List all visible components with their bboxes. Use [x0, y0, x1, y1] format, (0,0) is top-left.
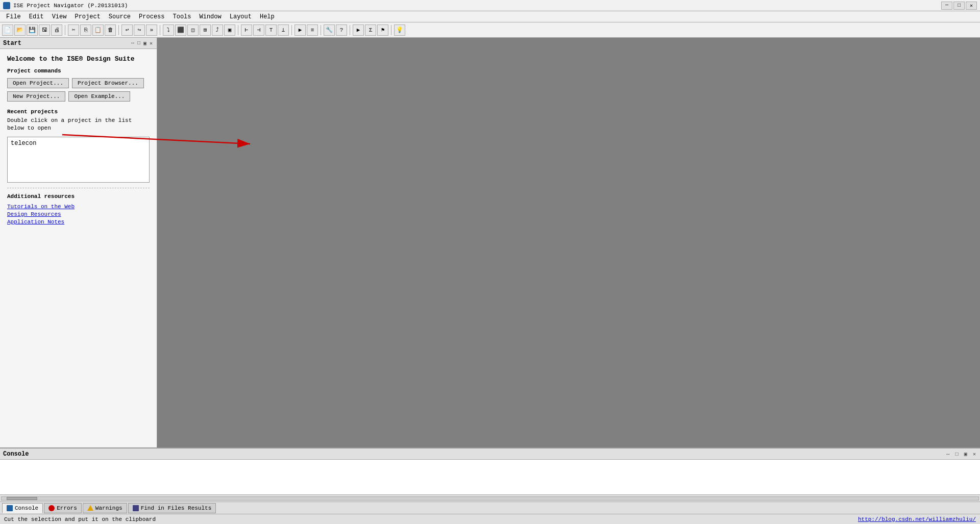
project-commands-label: Project commands	[7, 68, 150, 74]
tb-btn-10[interactable]: ⊥	[278, 24, 289, 36]
open-project-button[interactable]: Open Project...	[7, 78, 69, 88]
project-buttons-row-2: New Project... Open Example...	[7, 91, 150, 102]
open-example-button[interactable]: Open Example...	[68, 91, 130, 102]
save-button[interactable]: 💾	[27, 24, 38, 36]
tb-btn-9[interactable]: ⊤	[265, 24, 277, 36]
toolbar-separator-1	[65, 25, 65, 35]
title-bar-text: ISE Project Navigator (P.20131013)	[13, 3, 128, 9]
console-header: Console ↔ □ ▣ ✕	[0, 448, 980, 460]
menu-project[interactable]: Project	[70, 12, 104, 21]
menu-help[interactable]: Help	[256, 12, 279, 21]
title-bar-controls: ─ □ ✕	[941, 2, 977, 10]
tb-btn-1[interactable]: ⤵	[163, 24, 174, 36]
projects-list[interactable]: telecon	[7, 137, 150, 183]
tb-btn-sum[interactable]: Σ	[365, 24, 376, 36]
project-item-telecon[interactable]: telecon	[10, 139, 147, 147]
menu-process[interactable]: Process	[135, 12, 168, 21]
menu-source[interactable]: Source	[105, 12, 135, 21]
errors-tab-icon	[48, 505, 55, 511]
tab-find[interactable]: Find in Files Results	[128, 503, 216, 513]
console-max-button[interactable]: ▣	[963, 452, 968, 457]
panel-max-button[interactable]: ▣	[142, 40, 148, 46]
panel-float-button[interactable]: □	[136, 40, 141, 46]
console-tab-label: Console	[15, 505, 38, 511]
tab-bar: Console Errors Warnings Find in Files Re…	[0, 502, 980, 514]
undo-button[interactable]: ↩	[121, 24, 133, 36]
maximize-button[interactable]: □	[953, 2, 965, 10]
tutorials-link[interactable]: Tutorials on the Web	[7, 204, 150, 210]
tb-btn-12[interactable]: ≡	[307, 24, 318, 36]
tb-btn-wrench[interactable]: 🔧	[324, 24, 335, 36]
status-link[interactable]: http://blog.csdn.net/williamzhuliu/	[858, 516, 976, 522]
content-wrapper: Start ↔ □ ▣ ✕ Welcome to the ISE® Design…	[0, 38, 980, 447]
toolbar-separator-7	[350, 25, 350, 35]
tb-btn-2[interactable]: ⬛	[175, 24, 186, 36]
console-float-button[interactable]: □	[954, 452, 960, 457]
scroll-track[interactable]	[1, 496, 979, 501]
console-scrollbar-horizontal[interactable]	[0, 494, 980, 502]
new-project-button[interactable]: New Project...	[7, 91, 65, 102]
toolbar-separator-4	[238, 25, 238, 35]
warnings-tab-label: Warnings	[95, 505, 122, 511]
toolbar-separator-8	[391, 25, 391, 35]
panel-content: Welcome to the ISE® Design Suite Project…	[0, 49, 157, 447]
recent-projects-label: Recent projects	[7, 109, 150, 115]
tb-btn-4[interactable]: ⊞	[200, 24, 211, 36]
tb-btn-5[interactable]: ⤴	[212, 24, 223, 36]
tab-console[interactable]: Console	[2, 503, 43, 513]
tb-btn-11[interactable]: ▶	[295, 24, 306, 36]
menu-edit[interactable]: Edit	[25, 12, 48, 21]
menu-layout[interactable]: Layout	[226, 12, 256, 21]
console-header-controls: ↔ □ ▣ ✕	[945, 451, 977, 458]
delete-button[interactable]: 🗑	[105, 24, 116, 36]
tb-btn-6[interactable]: ▣	[224, 24, 235, 36]
tab-warnings[interactable]: Warnings	[83, 503, 127, 513]
tb-btn-bulb[interactable]: 💡	[394, 24, 405, 36]
redo-button[interactable]: ↪	[134, 24, 145, 36]
menu-file[interactable]: File	[2, 12, 25, 21]
console-area: Console ↔ □ ▣ ✕ Console Errors Warnings …	[0, 447, 980, 514]
menu-window[interactable]: Window	[195, 12, 226, 21]
left-panel: Start ↔ □ ▣ ✕ Welcome to the ISE® Design…	[0, 38, 157, 447]
console-close-button[interactable]: ✕	[972, 452, 977, 457]
open-button[interactable]: 📂	[14, 24, 26, 36]
tb-btn-flag[interactable]: ⚑	[377, 24, 388, 36]
print-button[interactable]: 🖨	[51, 24, 62, 36]
warnings-tab-icon	[87, 505, 93, 511]
find-tab-label: Find in Files Results	[141, 505, 212, 511]
new-file-button[interactable]: 📄	[2, 24, 13, 36]
tab-errors[interactable]: Errors	[44, 503, 82, 513]
menu-bar: File Edit View Project Source Process To…	[0, 11, 980, 22]
close-button[interactable]: ✕	[966, 2, 977, 10]
toolbar-separator-5	[291, 25, 292, 35]
design-resources-link[interactable]: Design Resources	[7, 211, 150, 217]
panel-pin-button[interactable]: ↔	[130, 40, 135, 46]
tb-btn-3[interactable]: ◫	[187, 24, 199, 36]
toolbar-separator-2	[118, 25, 119, 35]
toolbar: 📄 📂 💾 🖫 🖨 ✂ ⎘ 📋 🗑 ↩ ↪ » ⤵ ⬛ ◫ ⊞ ⤴ ▣ ⊢ ⊣ …	[0, 22, 980, 38]
panel-header: Start ↔ □ ▣ ✕	[0, 38, 157, 49]
title-bar: ISE Project Navigator (P.20131013) ─ □ ✕	[0, 0, 980, 11]
menu-tools[interactable]: Tools	[169, 12, 195, 21]
panel-close-button[interactable]: ✕	[149, 40, 154, 46]
copy-button[interactable]: ⎘	[80, 24, 91, 36]
tb-btn-run[interactable]: ▶	[353, 24, 364, 36]
tb-btn-7[interactable]: ⊢	[241, 24, 252, 36]
scroll-thumb[interactable]	[7, 497, 37, 500]
tb-btn-help[interactable]: ?	[336, 24, 347, 36]
status-text: Cut the selection and put it on the clip…	[4, 516, 156, 522]
console-pin-button[interactable]: ↔	[945, 452, 950, 457]
menu-view[interactable]: View	[48, 12, 71, 21]
console-title: Console	[3, 451, 29, 458]
more-button[interactable]: »	[146, 24, 157, 36]
status-bar: Cut the selection and put it on the clip…	[0, 514, 980, 524]
toolbar-separator-3	[160, 25, 160, 35]
save-all-button[interactable]: 🖫	[39, 24, 50, 36]
minimize-button[interactable]: ─	[941, 2, 952, 10]
application-notes-link[interactable]: Application Notes	[7, 219, 150, 225]
paste-button[interactable]: 📋	[92, 24, 104, 36]
cut-button[interactable]: ✂	[68, 24, 79, 36]
project-browser-button[interactable]: Project Browser...	[72, 78, 144, 88]
errors-tab-label: Errors	[57, 505, 77, 511]
tb-btn-8[interactable]: ⊣	[253, 24, 264, 36]
